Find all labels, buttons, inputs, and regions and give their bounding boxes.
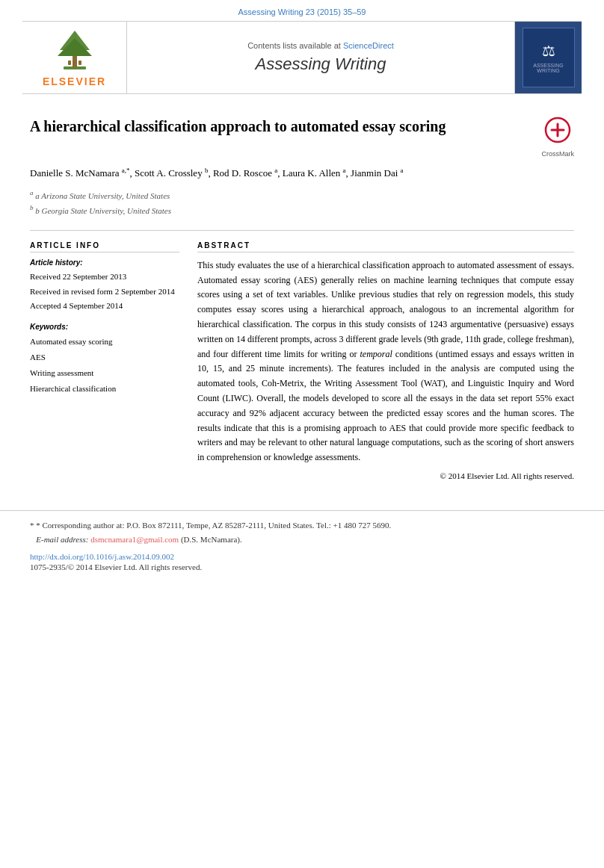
doi-link[interactable]: http://dx.doi.org/10.1016/j.asw.2014.09.… (30, 552, 174, 561)
journal-cover-text: ASSESSINGWRITING (533, 63, 563, 73)
journal-title-section: Contents lists available at ScienceDirec… (127, 22, 514, 93)
publisher-banner: ELSEVIER Contents lists available at Sci… (22, 21, 582, 94)
svg-rect-1 (73, 56, 77, 68)
issn-line: 1075-2935/© 2014 Elsevier Ltd. All right… (0, 561, 604, 579)
journal-citation: Assessing Writing 23 (2015) 35–59 (0, 0, 604, 21)
keyword-4: Hierarchical classification (30, 381, 179, 397)
keywords-label: Keywords: (30, 323, 179, 331)
article-history-label: Article history: (30, 258, 179, 267)
keywords-list: Automated essay scoring AES Writing asse… (30, 334, 179, 397)
affiliation-a: a a Arizona State University, United Sta… (30, 187, 574, 202)
revised-date: Received in revised form 2 September 201… (30, 285, 179, 300)
copyright-text: © 2014 Elsevier Ltd. All rights reserved… (197, 471, 574, 480)
article-dates: Received 22 September 2013 Received in r… (30, 270, 179, 314)
article-title-section: A hierarchical classification approach t… (30, 109, 574, 158)
received-date: Received 22 September 2013 (30, 270, 179, 285)
citation-text: Assessing Writing 23 (2015) 35–59 (238, 7, 366, 16)
article-info-column: ARTICLE INFO Article history: Received 2… (30, 241, 179, 480)
journal-name: Assessing Writing (256, 55, 386, 74)
affiliation-b: b b Georgia State University, United Sta… (30, 202, 574, 217)
article-info-header: ARTICLE INFO (30, 241, 179, 252)
two-column-layout: ARTICLE INFO Article history: Received 2… (30, 241, 574, 480)
doi-line: http://dx.doi.org/10.1016/j.asw.2014.09.… (0, 546, 604, 561)
elsevier-text: ELSEVIER (43, 75, 106, 87)
abstract-column: ABSTRACT This study evaluates the use of… (197, 241, 574, 480)
crossmark-icon (543, 117, 573, 150)
footer-divider (0, 510, 604, 511)
email-line: E-mail address: dsmcnamara1@gmail.com (D… (30, 533, 574, 547)
article-title: A hierarchical classification approach t… (30, 117, 526, 136)
svg-rect-4 (68, 61, 71, 65)
keyword-2: AES (30, 350, 179, 365)
accepted-date: Accepted 4 September 2014 (30, 299, 179, 314)
star-symbol: * (30, 521, 34, 530)
svg-rect-5 (78, 61, 81, 65)
science-direct-link[interactable]: ScienceDirect (343, 41, 394, 50)
abstract-text: This study evaluates the use of a hierar… (197, 258, 574, 465)
footnotes-section: * * Corresponding author at: P.O. Box 87… (0, 518, 604, 546)
corresponding-author-note: * * Corresponding author at: P.O. Box 87… (30, 518, 574, 533)
section-divider (30, 230, 574, 231)
authors-line: Danielle S. McNamara a,*, Scott A. Cross… (30, 165, 574, 182)
keyword-1: Automated essay scoring (30, 334, 179, 350)
affiliations: a a Arizona State University, United Sta… (30, 187, 574, 218)
crossmark-badge: CrossMark (541, 117, 574, 158)
email-link[interactable]: dsmcnamara1@gmail.com (90, 535, 179, 544)
crossmark-text: CrossMark (541, 150, 574, 158)
journal-cover-icon: ⚖ (542, 42, 555, 60)
main-content: A hierarchical classification approach t… (0, 94, 604, 495)
elsevier-logo: ELSEVIER (22, 22, 127, 93)
abstract-header: ABSTRACT (197, 241, 574, 252)
keyword-3: Writing assessment (30, 365, 179, 381)
elsevier-tree-icon (41, 28, 108, 72)
contents-line: Contents lists available at ScienceDirec… (247, 41, 394, 50)
journal-cover-image: ⚖ ASSESSINGWRITING (514, 22, 582, 93)
